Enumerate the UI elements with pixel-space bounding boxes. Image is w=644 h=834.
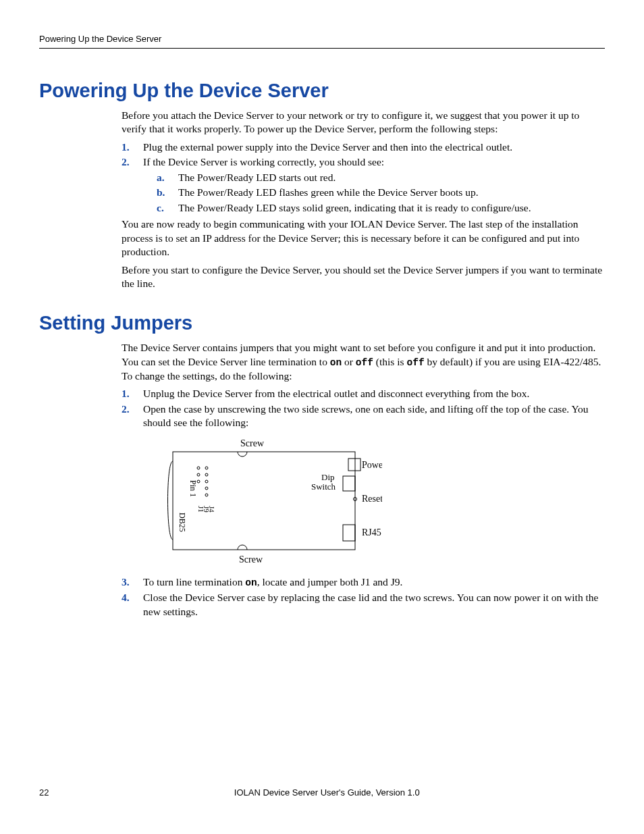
label-screw-bottom: Screw bbox=[239, 554, 263, 565]
list-marker: 1. bbox=[122, 387, 130, 400]
list-item: c. The Power/Ready LED stays solid green… bbox=[157, 201, 605, 215]
paragraph: Before you start to configure the Device… bbox=[122, 263, 605, 291]
code-on: on bbox=[245, 577, 257, 588]
list-text: Plug the external power supply into the … bbox=[143, 141, 512, 153]
page-footer: 22 IOLAN Device Server User's Guide, Ver… bbox=[39, 787, 605, 798]
label-j4: J4 bbox=[208, 506, 216, 513]
code-off: off bbox=[407, 357, 425, 368]
footer-text: IOLAN Device Server User's Guide, Versio… bbox=[39, 787, 605, 798]
svg-rect-0 bbox=[173, 452, 355, 550]
list-marker: b. bbox=[157, 186, 165, 199]
intro-paragraph: The Device Server contains jumpers that … bbox=[122, 341, 605, 383]
diagram-svg: Screw DB25 Pin 1 bbox=[159, 438, 382, 567]
code-on: on bbox=[330, 357, 342, 368]
list-item: 1. Unplug the Device Server from the ele… bbox=[122, 387, 605, 400]
list-text: Open the case by unscrewing the two side… bbox=[143, 403, 589, 428]
label-dip: Dip bbox=[321, 472, 335, 482]
label-reset: Reset bbox=[362, 494, 382, 504]
intro-paragraph: Before you attach the Device Server to y… bbox=[122, 109, 605, 136]
list-text: Unplug the Device Server from the electr… bbox=[143, 388, 529, 399]
list-text: The Power/Ready LED stays solid green, i… bbox=[178, 202, 531, 213]
list-marker: 3. bbox=[122, 575, 130, 589]
list-marker: 2. bbox=[122, 155, 130, 169]
svg-point-7 bbox=[205, 487, 208, 490]
list-marker: a. bbox=[157, 171, 165, 184]
svg-rect-12 bbox=[343, 525, 355, 541]
list-item: 1. Plug the external power supply into t… bbox=[122, 140, 605, 154]
svg-rect-10 bbox=[348, 459, 360, 471]
code-off: off bbox=[356, 357, 373, 368]
list-text: If the Device Server is working correctl… bbox=[143, 156, 384, 167]
ordered-list: 1. Unplug the Device Server from the ele… bbox=[122, 387, 605, 619]
svg-point-6 bbox=[205, 480, 208, 483]
section1-body: Before you attach the Device Server to y… bbox=[122, 109, 605, 290]
text: , locate and jumper both J1 and J9. bbox=[257, 576, 403, 588]
heading-powering-up: Powering Up the Device Server bbox=[39, 80, 605, 102]
board-diagram: Screw DB25 Pin 1 bbox=[159, 438, 605, 570]
svg-point-4 bbox=[205, 467, 208, 469]
list-marker: 1. bbox=[122, 140, 130, 154]
paragraph: You are now ready to begin communicating… bbox=[122, 217, 605, 259]
alpha-list: a. The Power/Ready LED starts out red. b… bbox=[157, 171, 605, 215]
list-text: Close the Device Server case by replacin… bbox=[143, 592, 599, 617]
list-text: To turn line termination on, locate and … bbox=[143, 576, 402, 588]
list-item: b. The Power/Ready LED flashes green whi… bbox=[157, 186, 605, 199]
list-item: 3. To turn line termination on, locate a… bbox=[122, 575, 605, 590]
list-item: 4. Close the Device Server case by repla… bbox=[122, 591, 605, 619]
label-db25: DB25 bbox=[178, 513, 187, 532]
list-marker: 4. bbox=[122, 591, 130, 604]
svg-point-8 bbox=[205, 494, 208, 496]
text: (this is bbox=[373, 356, 407, 367]
label-rj45: RJ45 bbox=[362, 527, 381, 538]
list-item: 2. Open the case by unscrewing the two s… bbox=[122, 402, 605, 570]
svg-point-2 bbox=[197, 473, 200, 476]
label-power: Power bbox=[362, 460, 382, 470]
list-item: a. The Power/Ready LED starts out red. bbox=[157, 171, 605, 184]
label-switch: Switch bbox=[311, 481, 336, 492]
svg-point-5 bbox=[205, 473, 208, 476]
page-number: 22 bbox=[39, 787, 49, 798]
svg-rect-9 bbox=[343, 476, 355, 491]
list-marker: 2. bbox=[122, 402, 130, 416]
list-text: The Power/Ready LED flashes green while … bbox=[178, 186, 479, 198]
list-text: The Power/Ready LED starts out red. bbox=[178, 172, 336, 183]
label-pin1: Pin 1 bbox=[188, 480, 198, 497]
page: Powering Up the Device Server Powering U… bbox=[0, 0, 644, 619]
list-marker: c. bbox=[157, 201, 164, 215]
list-item: 2. If the Device Server is working corre… bbox=[122, 155, 605, 215]
text: or bbox=[342, 356, 356, 367]
ordered-list: 1. Plug the external power supply into t… bbox=[122, 140, 605, 215]
text: To turn line termination bbox=[143, 576, 245, 588]
svg-point-1 bbox=[197, 467, 200, 469]
heading-setting-jumpers: Setting Jumpers bbox=[39, 312, 605, 334]
section2-body: The Device Server contains jumpers that … bbox=[122, 341, 605, 619]
label-screw-top: Screw bbox=[240, 438, 265, 448]
running-head: Powering Up the Device Server bbox=[39, 34, 605, 49]
